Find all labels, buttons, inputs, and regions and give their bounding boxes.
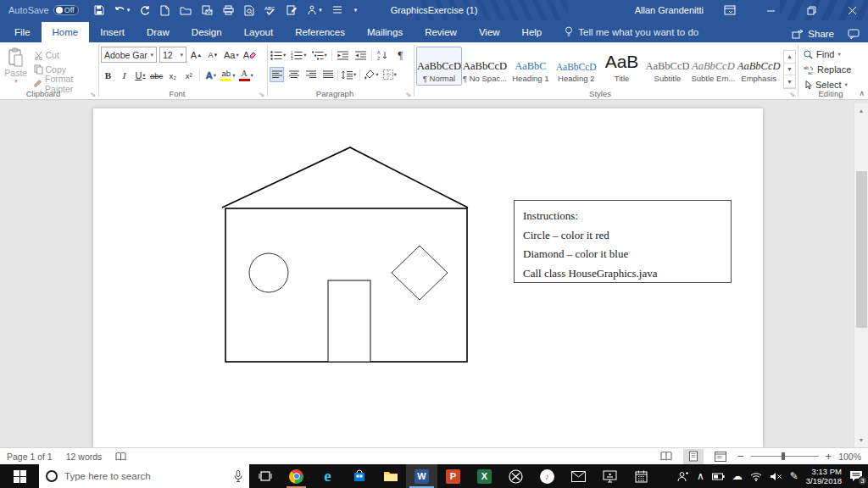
zoom-in-icon[interactable]: + <box>826 450 832 463</box>
ribbon-display-options-icon[interactable] <box>715 0 744 20</box>
font-family-combobox[interactable]: Adobe Garamond <box>101 47 157 63</box>
italic-button[interactable]: I <box>117 68 131 83</box>
share-button[interactable]: Share <box>792 29 834 39</box>
onedrive-cloud-icon[interactable]: ☁ <box>732 470 743 482</box>
style-title[interactable]: AaB Title <box>599 47 645 86</box>
decrease-indent-button[interactable] <box>336 47 350 63</box>
track-changes-icon[interactable] <box>287 5 298 15</box>
print-icon[interactable] <box>223 5 234 15</box>
autosave-switch[interactable]: Off <box>53 5 79 15</box>
door-rectangle[interactable] <box>328 280 370 362</box>
word-count[interactable]: 12 words <box>66 452 103 462</box>
paste-button[interactable]: Paste ▾ <box>2 45 31 91</box>
spelling-grammar-icon[interactable]: ABC <box>264 5 276 15</box>
zoom-level[interactable]: 100% <box>838 452 861 462</box>
taskbar-itunes[interactable]: ♪ <box>531 464 563 488</box>
taskbar-calendar[interactable] <box>626 464 657 488</box>
bold-button[interactable]: B <box>101 68 115 83</box>
paragraph-dialog-launcher-icon[interactable]: ⇘ <box>405 92 411 98</box>
task-view-button[interactable] <box>249 464 281 488</box>
web-layout-view-icon[interactable] <box>710 449 731 464</box>
shrink-font-button[interactable]: A▼ <box>206 47 220 63</box>
tab-home[interactable]: Home <box>42 22 90 42</box>
style-emphasis[interactable]: AaBbCcD Emphasis <box>736 47 782 86</box>
font-size-combobox[interactable]: 12 <box>159 47 186 63</box>
taskbar-xbox[interactable] <box>500 464 531 488</box>
circle-window[interactable] <box>249 253 288 292</box>
line-spacing-button[interactable] <box>341 67 357 82</box>
taskbar-mail[interactable] <box>563 464 594 488</box>
subscript-button[interactable]: x₂ <box>165 68 180 83</box>
align-right-button[interactable] <box>303 67 318 82</box>
strikethrough-button[interactable]: abc <box>149 68 164 83</box>
read-mode-view-icon[interactable] <box>656 449 676 464</box>
tab-view[interactable]: View <box>468 22 511 42</box>
restore-button[interactable] <box>797 0 826 20</box>
style-normal[interactable]: AaBbCcD ¶ Normal <box>416 47 462 86</box>
user-name[interactable]: Allan Grandenitti <box>635 5 704 15</box>
styles-gallery-more-icon[interactable]: ▼ <box>784 75 795 88</box>
tab-design[interactable]: Design <box>181 22 233 42</box>
save-icon[interactable] <box>94 5 104 15</box>
taskbar-connect-app[interactable] <box>594 464 626 488</box>
wifi-icon[interactable] <box>750 472 762 481</box>
tab-file[interactable]: File <box>3 22 42 42</box>
justify-button[interactable] <box>320 67 335 82</box>
shading-button[interactable] <box>363 67 379 82</box>
find-button[interactable]: Find ▾ <box>804 47 861 61</box>
tab-insert[interactable]: Insert <box>89 22 136 42</box>
print-preview-icon[interactable] <box>244 5 254 16</box>
style-heading2[interactable]: AaBbCcD Heading 2 <box>554 47 599 86</box>
styles-dialog-launcher-icon[interactable]: ⇘ <box>789 92 795 98</box>
zoom-out-icon[interactable]: − <box>737 450 744 463</box>
taskbar-file-explorer[interactable] <box>375 464 406 488</box>
volume-muted-icon[interactable] <box>770 472 782 481</box>
new-document-icon[interactable] <box>160 5 170 16</box>
taskbar-clock[interactable]: 3:13 PM 3/19/2018 <box>806 467 842 485</box>
proofing-status-icon[interactable] <box>115 452 126 462</box>
scroll-up-icon[interactable]: ▲ <box>854 103 868 118</box>
font-color-button[interactable]: A <box>238 68 254 83</box>
highlight-color-button[interactable]: ab <box>220 68 236 83</box>
document-page[interactable]: Instructions: Circle – color it red Diam… <box>93 108 763 447</box>
align-center-button[interactable] <box>287 67 301 82</box>
undo-icon[interactable] <box>114 6 131 15</box>
start-button[interactable] <box>0 464 39 488</box>
action-center-button[interactable]: 3 <box>849 470 863 482</box>
document-area[interactable]: Instructions: Circle – color it red Diam… <box>0 100 868 447</box>
multilevel-list-button[interactable] <box>311 47 328 63</box>
taskbar-search-input[interactable]: Type here to search <box>39 464 249 488</box>
style-subtle-emphasis[interactable]: AaBbCcD Subtle Em... <box>690 47 736 86</box>
customize-qat-icon[interactable] <box>353 7 358 14</box>
tab-mailings[interactable]: Mailings <box>356 22 414 42</box>
zoom-slider-thumb[interactable] <box>782 452 785 460</box>
style-heading1[interactable]: AaBbC Heading 1 <box>508 47 554 86</box>
grow-font-button[interactable]: A▲ <box>189 47 203 63</box>
show-hidden-icons-icon[interactable]: ∧ <box>697 470 704 482</box>
open-folder-icon[interactable] <box>180 6 192 15</box>
tab-review[interactable]: Review <box>414 22 468 42</box>
show-formatting-button[interactable]: ¶ <box>393 47 408 63</box>
email-document-icon[interactable] <box>202 5 213 15</box>
zoom-slider[interactable] <box>751 456 819 457</box>
comments-icon[interactable] <box>848 29 860 39</box>
tab-help[interactable]: Help <box>511 22 554 42</box>
instructions-text-box[interactable]: Instructions: Circle – color it red Diam… <box>514 200 732 283</box>
print-layout-view-icon[interactable] <box>683 449 704 464</box>
taskbar-powerpoint[interactable]: P <box>437 464 469 488</box>
vertical-scrollbar[interactable]: ▲ ▼ <box>854 103 868 447</box>
cut-button[interactable]: Cut <box>34 48 97 62</box>
tab-references[interactable]: References <box>284 22 356 42</box>
close-button[interactable] <box>837 0 866 20</box>
superscript-button[interactable]: x² <box>181 68 196 83</box>
underline-button[interactable]: U <box>133 68 147 83</box>
microphone-icon[interactable] <box>234 470 242 482</box>
autosave-toggle[interactable]: AutoSave Off <box>8 5 79 15</box>
tell-me-box[interactable]: Tell me what you want to do <box>565 26 698 42</box>
change-case-button[interactable]: Aa <box>223 47 240 63</box>
tab-layout[interactable]: Layout <box>233 22 285 42</box>
sort-button[interactable]: AZ <box>376 47 390 63</box>
people-icon[interactable] <box>677 471 689 482</box>
text-effects-button[interactable]: A <box>203 68 218 83</box>
tab-draw[interactable]: Draw <box>136 22 181 42</box>
